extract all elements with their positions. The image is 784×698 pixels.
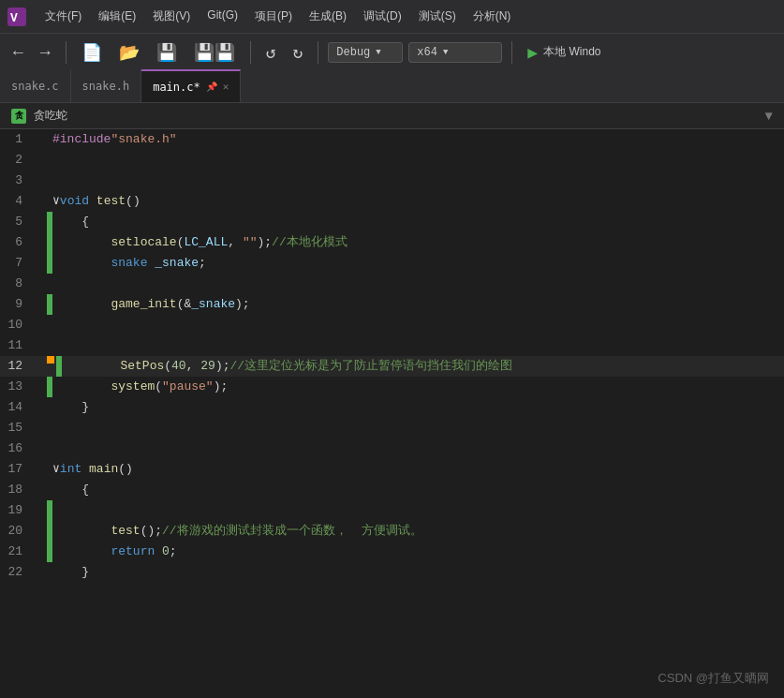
platform-label: x64 xyxy=(417,46,437,59)
run-button[interactable]: ▶ 本地 Windo xyxy=(522,40,606,65)
breakpoint-12[interactable] xyxy=(30,356,47,377)
save-button[interactable]: 💾 xyxy=(151,40,183,65)
code-text-9[interactable]: game_init(&_snake); xyxy=(52,294,784,315)
undo-button[interactable]: ↺ xyxy=(260,40,282,65)
back-button[interactable]: ← xyxy=(7,41,29,64)
code-text-12[interactable]: SetPos(40, 29);//这里定位光标是为了防止暂停语句挡住我们的绘图 xyxy=(62,356,784,377)
menu-project[interactable]: 项目(P) xyxy=(247,5,300,28)
breakpoint-14[interactable] xyxy=(30,397,47,418)
menu-view[interactable]: 视图(V) xyxy=(145,5,198,28)
vs-logo-icon: V xyxy=(7,7,26,26)
code-text-7[interactable]: snake _snake; xyxy=(52,253,784,274)
line-number-10: 10 xyxy=(0,315,30,335)
code-line-11: 11 xyxy=(0,335,784,356)
tab-snake-c[interactable]: snake.c xyxy=(0,69,71,102)
code-text-20[interactable]: test();//将游戏的测试封装成一个函数， 方便调试。 xyxy=(52,521,784,542)
code-text-11[interactable] xyxy=(52,335,784,356)
code-text-13[interactable]: system("pause"); xyxy=(52,377,784,397)
save-all-button[interactable]: 💾💾 xyxy=(188,40,241,65)
code-text-2[interactable] xyxy=(52,150,784,171)
breakpoint-17[interactable] xyxy=(30,459,47,480)
line-number-12: 12 xyxy=(0,356,30,377)
code-text-3[interactable] xyxy=(52,171,784,191)
redo-button[interactable]: ↻ xyxy=(287,40,308,65)
code-line-13: 13 system("pause"); xyxy=(0,377,784,397)
code-text-15[interactable] xyxy=(52,418,784,438)
line-number-7: 7 xyxy=(0,253,30,274)
breakpoint-13[interactable] xyxy=(30,377,47,397)
code-line-19: 19 xyxy=(0,500,784,521)
code-text-8[interactable] xyxy=(52,274,784,294)
menu-debug[interactable]: 调试(D) xyxy=(356,5,409,28)
breakpoint-21[interactable] xyxy=(30,542,47,562)
line-number-20: 20 xyxy=(0,521,30,542)
code-text-14[interactable]: } xyxy=(52,397,784,418)
config-label: Debug xyxy=(336,46,370,59)
run-play-icon: ▶ xyxy=(527,42,538,63)
code-text-21[interactable]: return 0; xyxy=(52,542,784,562)
breakpoint-20[interactable] xyxy=(30,521,47,542)
code-text-5[interactable]: { xyxy=(52,212,784,232)
watermark: CSDN @打鱼又晒网 xyxy=(658,670,769,687)
code-text-19[interactable] xyxy=(52,500,784,521)
code-line-7: 7 snake _snake; xyxy=(0,253,784,274)
menu-test[interactable]: 测试(S) xyxy=(411,5,464,28)
menu-build[interactable]: 生成(B) xyxy=(302,5,354,28)
config-dropdown[interactable]: Debug ▼ xyxy=(328,42,403,63)
code-line-12: 12 SetPos(40, 29);//这里定位光标是为了防止暂停语句挡住我们的… xyxy=(0,356,784,377)
code-line-18: 18 { xyxy=(0,480,784,500)
toolbar-sep-4 xyxy=(511,41,512,64)
warning-indicator-12 xyxy=(47,356,54,364)
line-number-18: 18 xyxy=(0,480,30,500)
breakpoint-5[interactable] xyxy=(30,212,47,232)
tab-main-c[interactable]: main.c* 📌 ✕ xyxy=(141,69,241,102)
breakpoint-8[interactable] xyxy=(30,274,47,294)
breakpoint-15[interactable] xyxy=(30,418,47,438)
line-number-16: 16 xyxy=(0,438,30,459)
breakpoint-19[interactable] xyxy=(30,500,47,521)
code-text-10[interactable] xyxy=(52,315,784,335)
code-line-17: 17∨int main() xyxy=(0,459,784,480)
code-line-21: 21 return 0; xyxy=(0,542,784,562)
code-text-22[interactable]: } xyxy=(52,562,784,583)
line-number-5: 5 xyxy=(0,212,30,232)
menu-file[interactable]: 文件(F) xyxy=(37,5,89,28)
code-line-6: 6 setlocale(LC_ALL, "");//本地化模式 xyxy=(0,232,784,253)
breakpoint-4[interactable] xyxy=(30,191,47,212)
code-text-1[interactable]: #include"snake.h" xyxy=(52,129,784,150)
breakpoint-7[interactable] xyxy=(30,253,47,274)
breakpoint-9[interactable] xyxy=(30,294,47,315)
breakpoint-22[interactable] xyxy=(30,562,47,583)
code-text-18[interactable]: { xyxy=(52,480,784,500)
breakpoint-1[interactable] xyxy=(30,129,47,150)
breakpoint-2[interactable] xyxy=(30,150,47,171)
project-icon: 贪 xyxy=(11,109,26,124)
pin-icon[interactable]: 📌 xyxy=(206,82,217,92)
breadcrumb-arrow-icon: ▼ xyxy=(765,109,773,124)
tab-snake-h[interactable]: snake.h xyxy=(71,69,142,102)
new-file-button[interactable]: 📄 xyxy=(76,40,108,65)
forward-button[interactable]: → xyxy=(35,41,56,64)
breakpoint-11[interactable] xyxy=(30,335,47,356)
code-text-4[interactable]: ∨void test() xyxy=(52,191,784,212)
code-text-16[interactable] xyxy=(52,438,784,459)
line-number-8: 8 xyxy=(0,274,30,294)
platform-dropdown[interactable]: x64 ▼ xyxy=(408,42,502,63)
code-text-17[interactable]: ∨int main() xyxy=(52,459,784,480)
breakpoint-3[interactable] xyxy=(30,171,47,191)
menu-git[interactable]: Git(G) xyxy=(200,5,245,28)
breadcrumb-project: 贪吃蛇 xyxy=(34,108,67,124)
code-text-6[interactable]: setlocale(LC_ALL, "");//本地化模式 xyxy=(52,232,784,253)
breakpoint-18[interactable] xyxy=(30,480,47,500)
menu-edit[interactable]: 编辑(E) xyxy=(91,5,143,28)
code-line-5: 5 { xyxy=(0,212,784,232)
breakpoint-6[interactable] xyxy=(30,232,47,253)
breakpoint-16[interactable] xyxy=(30,438,47,459)
close-tab-icon[interactable]: ✕ xyxy=(223,81,229,93)
code-area: 1#include"snake.h"234∨void test()5 {6 se… xyxy=(0,129,784,698)
open-button[interactable]: 📂 xyxy=(113,40,145,65)
line-number-3: 3 xyxy=(0,171,30,191)
line-number-6: 6 xyxy=(0,232,30,253)
breakpoint-10[interactable] xyxy=(30,315,47,335)
menu-analyze[interactable]: 分析(N) xyxy=(466,5,519,28)
